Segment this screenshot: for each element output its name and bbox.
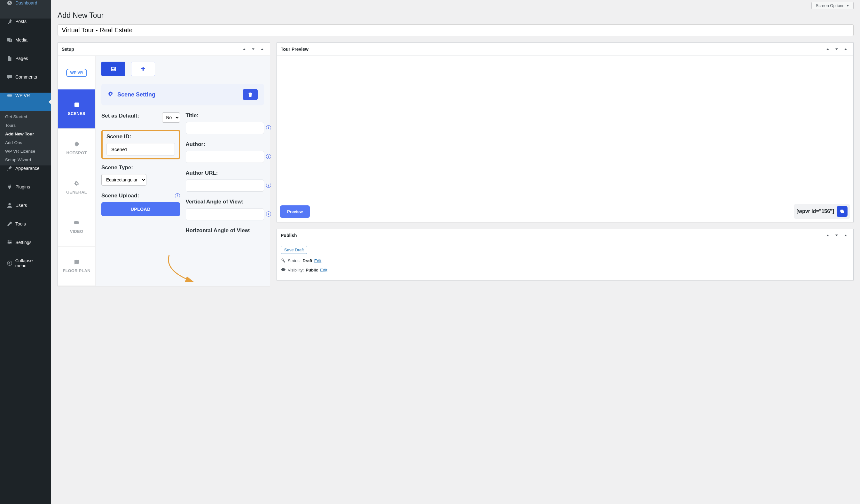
author-url-input[interactable]	[186, 179, 264, 192]
tour-preview-heading: Tour Preview	[281, 47, 309, 52]
title-input[interactable]	[186, 122, 264, 134]
media-icon	[6, 37, 13, 43]
menu-appearance[interactable]: Appearance	[0, 165, 51, 184]
upload-button[interactable]: UPLOAD	[101, 202, 180, 216]
menu-pages[interactable]: Pages	[0, 56, 51, 74]
submenu-add-new-tour[interactable]: Add New Tour	[0, 130, 51, 138]
scene-thumb-1[interactable]	[101, 62, 125, 76]
dashboard-icon	[6, 0, 13, 6]
menu-wpvr[interactable]: WP VR	[0, 93, 51, 111]
menu-media[interactable]: Media	[0, 37, 51, 56]
video-icon	[74, 220, 80, 227]
scene-type-select[interactable]: Equirectangular	[101, 174, 146, 186]
toggle-panel-icon[interactable]	[258, 45, 266, 53]
set-default-label: Set as Default:	[101, 113, 139, 119]
tab-hotspot[interactable]: HOTSPOT	[58, 129, 95, 168]
setup-postbox: Setup WP VR SCENES HOTSPOT GENERAL	[58, 43, 270, 286]
delete-scene-button[interactable]	[243, 89, 258, 100]
horizontal-angle-label: Horizontal Angle of View:	[186, 227, 264, 234]
vertical-angle-input[interactable]	[186, 208, 264, 220]
vr-icon	[6, 93, 13, 98]
submenu-tours[interactable]: Tours	[0, 121, 51, 130]
user-icon	[6, 203, 13, 208]
toggle-panel-icon[interactable]	[842, 232, 849, 239]
copy-shortcode-button[interactable]	[837, 206, 847, 217]
scene-id-label: Scene ID:	[106, 134, 175, 140]
tab-video[interactable]: VIDEO	[58, 207, 95, 247]
preview-button[interactable]: Preview	[280, 205, 310, 218]
set-default-select[interactable]: No	[162, 113, 180, 123]
move-down-icon[interactable]	[833, 232, 841, 239]
tab-scenes[interactable]: SCENES	[58, 89, 95, 129]
vertical-angle-label: Vertical Angle of View:	[186, 199, 264, 205]
screen-options-button[interactable]: Screen Options▼	[812, 2, 854, 9]
wpvr-logo: WP VR	[58, 56, 95, 89]
move-up-icon[interactable]	[824, 232, 832, 239]
edit-status-link[interactable]: Edit	[314, 258, 321, 263]
eye-icon	[281, 267, 286, 273]
page-title: Add New Tour	[58, 11, 854, 20]
brush-icon	[6, 165, 13, 171]
menu-comments[interactable]: Comments	[0, 74, 51, 93]
info-icon[interactable]: i	[266, 154, 271, 159]
add-scene-button[interactable]: ✚	[131, 62, 155, 76]
edit-visibility-link[interactable]: Edit	[320, 268, 327, 272]
menu-plugins[interactable]: Plugins	[0, 184, 51, 203]
svg-rect-11	[841, 210, 843, 212]
wrench-icon	[6, 221, 13, 227]
pin-icon	[6, 18, 13, 24]
move-up-icon[interactable]	[240, 45, 248, 53]
tab-general[interactable]: GENERAL	[58, 168, 95, 207]
author-url-label: Author URL:	[186, 170, 264, 176]
move-down-icon[interactable]	[833, 45, 841, 53]
info-icon[interactable]: i	[266, 211, 271, 217]
title-label: Title:	[186, 113, 264, 119]
menu-tools[interactable]: Tools	[0, 221, 51, 239]
main-content: Screen Options▼ Add New Tour Setup	[51, 0, 860, 504]
menu-collapse[interactable]: Collapse menu	[0, 258, 51, 281]
menu-users[interactable]: Users	[0, 203, 51, 221]
image-icon	[74, 102, 80, 109]
key-icon	[281, 258, 286, 264]
svg-point-3	[10, 242, 12, 243]
collapse-icon	[6, 260, 13, 266]
svg-point-5	[8, 261, 12, 265]
vertical-tabs: WP VR SCENES HOTSPOT GENERAL VIDEO FLOOR…	[58, 56, 96, 286]
svg-rect-0	[8, 94, 12, 97]
svg-point-2	[8, 240, 9, 242]
save-draft-button[interactable]: Save Draft	[281, 246, 307, 254]
plus-icon: ✚	[141, 66, 145, 72]
shortcode-text: [wpvr id="156"]	[797, 209, 834, 214]
info-icon[interactable]: i	[175, 193, 180, 198]
shortcode-box: [wpvr id="156"]	[794, 204, 850, 219]
move-down-icon[interactable]	[249, 45, 257, 53]
map-icon	[74, 259, 80, 266]
status-row: Status: Draft Edit	[281, 258, 849, 264]
scene-panel: ✚ Scene Setting	[96, 56, 270, 286]
scene-upload-label: Scene Upload:	[101, 193, 139, 199]
tour-title-input[interactable]	[58, 24, 854, 36]
submenu-get-started[interactable]: Get Started	[0, 113, 51, 121]
author-input[interactable]	[186, 151, 264, 163]
submenu-wizard[interactable]: Setup Wizard	[0, 155, 51, 164]
plugin-icon	[6, 184, 13, 190]
admin-sidebar: Dashboard Posts Media Pages Comments WP …	[0, 0, 51, 504]
svg-point-1	[8, 203, 11, 205]
page-icon	[6, 56, 13, 61]
publish-heading: Publish	[281, 233, 297, 238]
publish-postbox: Publish Save Draft Status: Draft	[276, 229, 854, 280]
menu-settings[interactable]: Settings	[0, 239, 51, 258]
move-up-icon[interactable]	[824, 45, 832, 53]
submenu-license[interactable]: WP VR License	[0, 147, 51, 155]
info-icon[interactable]: i	[266, 183, 271, 188]
menu-posts[interactable]: Posts	[0, 18, 51, 37]
submenu-addons[interactable]: Add-Ons	[0, 138, 51, 147]
scene-id-input[interactable]	[106, 143, 175, 155]
scene-setting-title: Scene Setting	[117, 91, 155, 98]
toggle-panel-icon[interactable]	[842, 45, 849, 53]
info-icon[interactable]: i	[266, 125, 271, 130]
tour-preview-postbox: Tour Preview Preview [wpvr id="156"]	[276, 43, 854, 222]
menu-dashboard[interactable]: Dashboard	[0, 0, 51, 18]
tab-floorplan[interactable]: FLOOR PLAN	[58, 247, 95, 286]
svg-rect-8	[74, 221, 77, 224]
